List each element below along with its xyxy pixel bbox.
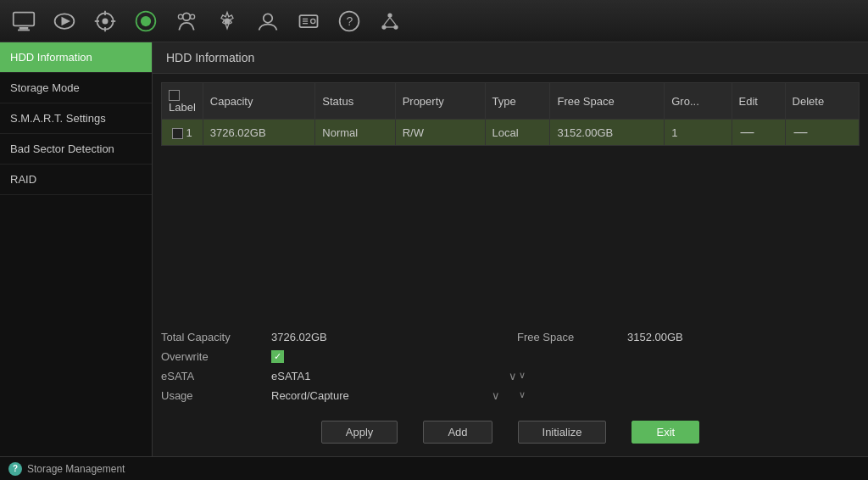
delete-button[interactable]: —: [793, 125, 810, 140]
status-bar-text: Storage Management: [27, 463, 125, 475]
row-delete[interactable]: —: [785, 120, 859, 146]
row-checkbox-cell[interactable]: 1: [162, 120, 203, 146]
content-header: HDD Information: [153, 42, 868, 74]
status-bar: ? Storage Management: [0, 456, 868, 480]
playback-icon[interactable]: [49, 6, 80, 36]
sidebar: HDD Information Storage Mode S.M.A.R.T. …: [0, 42, 153, 456]
row-edit[interactable]: —: [732, 120, 785, 146]
svg-line-29: [390, 17, 396, 25]
info-section: Total Capacity 3726.02GB Overwrite ✓ eSA…: [161, 321, 860, 412]
people-icon[interactable]: [171, 6, 202, 36]
svg-marker-4: [62, 16, 71, 25]
esata-dropdown[interactable]: eSATA1: [271, 370, 373, 382]
sidebar-item-raid[interactable]: RAID: [0, 165, 152, 195]
row-group: 1: [665, 120, 732, 146]
table-col-edit: Edit: [732, 83, 785, 120]
exit-button[interactable]: Exit: [632, 421, 699, 444]
usage-row: Usage Record/Capture ∨: [161, 386, 517, 405]
actions-row: Apply Add Initialize Exit: [161, 412, 860, 448]
table-header-checkbox[interactable]: Label: [162, 83, 203, 120]
svg-rect-0: [14, 12, 35, 25]
esata-dropdown-arrow: ∨: [509, 370, 517, 382]
add-button[interactable]: Add: [423, 421, 492, 444]
svg-rect-2: [18, 29, 30, 31]
sidebar-item-storage-mode[interactable]: Storage Mode: [0, 73, 152, 103]
record-icon[interactable]: [131, 6, 161, 36]
apply-button[interactable]: Apply: [321, 421, 398, 444]
info-left: Total Capacity 3726.02GB Overwrite ✓ eSA…: [161, 327, 517, 405]
free-space-row: Free Space 3152.00GB: [517, 327, 860, 347]
svg-line-28: [384, 17, 390, 25]
svg-point-13: [183, 13, 191, 20]
content-area: HDD Information Label Capacity Status Pr…: [153, 42, 868, 456]
svg-point-17: [264, 14, 273, 23]
table-col-delete: Delete: [785, 83, 859, 120]
row-property: R/W: [395, 120, 485, 146]
row-status: Normal: [315, 120, 395, 146]
sidebar-item-bad-sector-detection[interactable]: Bad Sector Detection: [0, 134, 152, 165]
monitor-icon[interactable]: [8, 6, 39, 36]
row-freespace: 3152.00GB: [550, 120, 665, 146]
svg-point-6: [103, 18, 108, 24]
table-col-status: Status: [315, 83, 395, 120]
table-col-property: Property: [395, 83, 485, 120]
user-icon[interactable]: [253, 6, 283, 36]
table-col-group: Gro...: [665, 83, 732, 120]
row-type: Local: [485, 120, 550, 146]
initialize-button[interactable]: Initialize: [518, 421, 607, 444]
network-icon[interactable]: [375, 6, 405, 36]
table-col-freespace: Free Space: [550, 83, 665, 120]
table-row[interactable]: 1 3726.02GB Normal R/W Local 3152.00GB 1…: [162, 120, 860, 146]
svg-point-25: [387, 13, 392, 17]
overwrite-checkbox[interactable]: ✓: [271, 350, 284, 363]
toolbar: ?: [0, 0, 868, 42]
main-container: HDD Information Storage Mode S.M.A.R.T. …: [0, 42, 868, 456]
sidebar-item-smart-settings[interactable]: S.M.A.R.T. Settings: [0, 103, 152, 134]
ptz-icon[interactable]: [90, 6, 120, 36]
svg-point-12: [141, 15, 151, 25]
svg-text:?: ?: [347, 14, 353, 28]
usage-dropdown[interactable]: Record/Capture: [271, 389, 373, 402]
info-right: Free Space 3152.00GB: [517, 327, 860, 405]
content-spacer: [161, 146, 860, 312]
total-capacity-row: Total Capacity 3726.02GB: [161, 327, 517, 347]
row-capacity: 3726.02GB: [203, 120, 315, 146]
overwrite-row: Overwrite ✓: [161, 347, 517, 366]
hdd-icon[interactable]: [293, 6, 324, 36]
help-icon[interactable]: ?: [334, 6, 364, 36]
svg-point-19: [311, 19, 315, 23]
usage-dropdown-arrow: ∨: [492, 389, 500, 402]
content-body: Label Capacity Status Property Type Free…: [153, 74, 868, 456]
settings-icon[interactable]: [212, 6, 242, 36]
table-col-capacity: Capacity: [203, 83, 315, 120]
esata-row: eSATA eSATA1 ∨: [161, 366, 517, 386]
edit-button[interactable]: —: [739, 125, 756, 140]
svg-rect-1: [19, 27, 29, 30]
status-bar-icon: ?: [8, 462, 22, 476]
hdd-table: Label Capacity Status Property Type Free…: [161, 82, 860, 146]
table-col-type: Type: [485, 83, 550, 120]
sidebar-item-hdd-information[interactable]: HDD Information: [0, 42, 152, 73]
